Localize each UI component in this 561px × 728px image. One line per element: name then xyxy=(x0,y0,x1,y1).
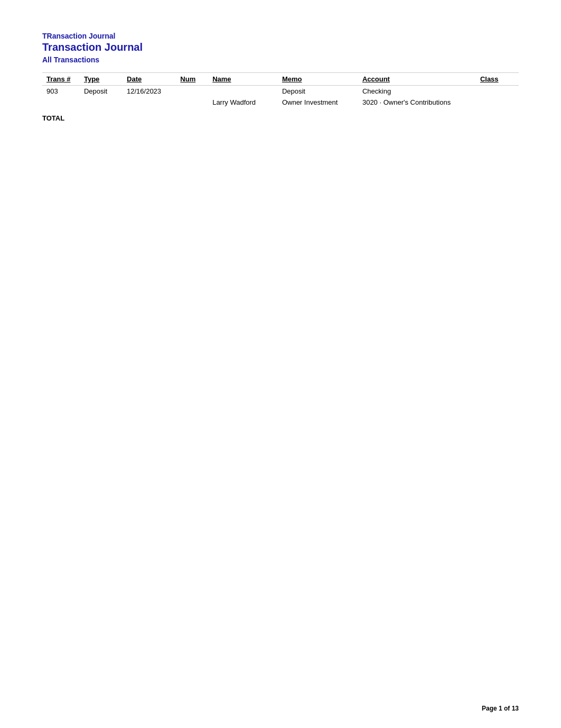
cell-date-0: 12/16/2023 xyxy=(123,86,176,97)
header-memo: Memo xyxy=(278,73,358,86)
report-title-small: TRansaction Journal xyxy=(42,32,519,40)
table-row: Larry WadfordOwner Investment3020 · Owne… xyxy=(42,97,519,108)
table-row: 903Deposit12/16/2023DepositChecking xyxy=(42,86,519,97)
cell-type-0: Deposit xyxy=(80,86,123,97)
cell-class-1 xyxy=(476,97,519,108)
cell-account-1: 3020 · Owner's Contributions xyxy=(358,97,476,108)
cell-memo-0: Deposit xyxy=(278,86,358,97)
cell-name-0 xyxy=(208,86,278,97)
header-date: Date xyxy=(123,73,176,86)
cell-trans-1 xyxy=(42,97,80,108)
header-name: Name xyxy=(208,73,278,86)
header-account: Account xyxy=(358,73,476,86)
header-type: Type xyxy=(80,73,123,86)
total-label: TOTAL xyxy=(42,114,519,122)
table-container: Trans # Type Date Num Name Memo Account … xyxy=(42,72,519,108)
cell-type-1 xyxy=(80,97,123,108)
header-trans: Trans # xyxy=(42,73,80,86)
cell-date-1 xyxy=(123,97,176,108)
header-class: Class xyxy=(476,73,519,86)
cell-account-0: Checking xyxy=(358,86,476,97)
page-container: TRansaction Journal Transaction Journal … xyxy=(0,0,561,143)
table-header-row: Trans # Type Date Num Name Memo Account … xyxy=(42,73,519,86)
transaction-table: Trans # Type Date Num Name Memo Account … xyxy=(42,72,519,108)
report-title-large: Transaction Journal xyxy=(42,41,519,53)
cell-trans-0: 903 xyxy=(42,86,80,97)
cell-memo-1: Owner Investment xyxy=(278,97,358,108)
page-number: Page 1 of 13 xyxy=(482,705,519,712)
header-num: Num xyxy=(176,73,208,86)
cell-class-0 xyxy=(476,86,519,97)
cell-name-1: Larry Wadford xyxy=(208,97,278,108)
cell-num-0 xyxy=(176,86,208,97)
report-subtitle: All Transactions xyxy=(42,56,519,64)
cell-num-1 xyxy=(176,97,208,108)
